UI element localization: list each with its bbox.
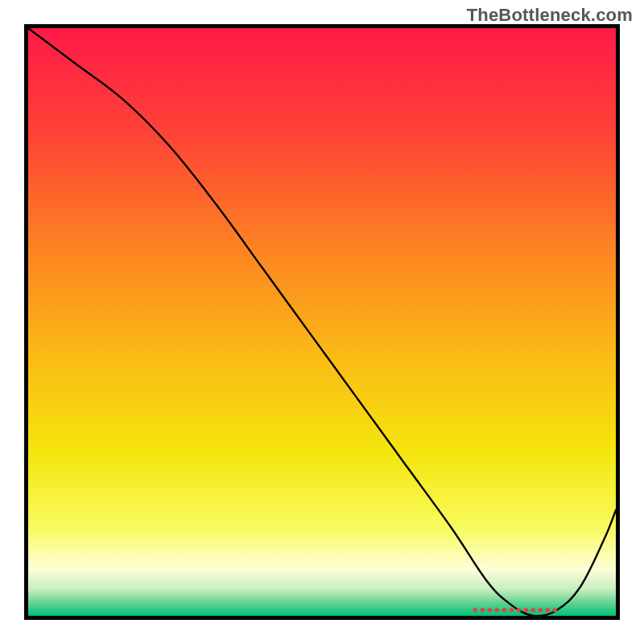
plot-frame xyxy=(24,24,620,620)
plot-interior xyxy=(28,28,616,616)
watermark-text: TheBottleneck.com xyxy=(467,5,633,26)
chart-wrapper: TheBottleneck.com xyxy=(0,0,644,644)
gradient-background xyxy=(28,28,616,616)
plot-svg xyxy=(28,28,616,616)
